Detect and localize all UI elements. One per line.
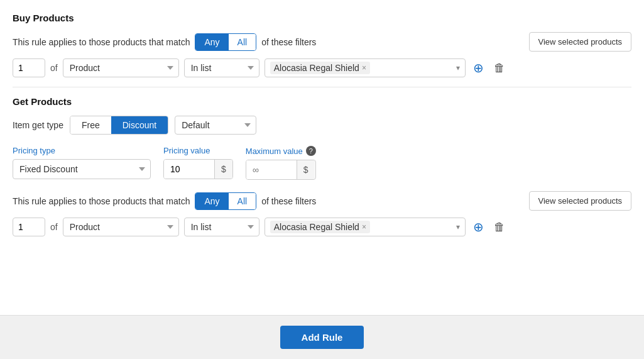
buy-of-label: of [50, 63, 58, 73]
max-value-label: Maximum value [246, 146, 303, 156]
pricing-type-select[interactable]: Fixed Discount Percentage Discount [13, 159, 151, 179]
get-tag-label: Alocasia Regal Shield [274, 222, 359, 232]
pricing-value-input-row: $ [163, 159, 233, 179]
pricing-row: Pricing type Fixed Discount Percentage D… [13, 146, 631, 180]
buy-quantity-input[interactable] [13, 58, 45, 77]
buy-add-row-btn[interactable]: ⊕ [471, 58, 486, 78]
buy-delete-icon: 🗑 [494, 62, 505, 75]
max-value-input[interactable] [246, 160, 297, 179]
buy-any-btn[interactable]: Any [195, 34, 228, 50]
pricing-value-label: Pricing value [163, 146, 233, 155]
get-filter-row: This rule applies to those products that… [13, 191, 631, 211]
get-tag-remove-btn[interactable]: × [362, 223, 366, 231]
buy-filter-row: This rule applies to those products that… [13, 32, 631, 52]
pricing-type-group: Pricing type Fixed Discount Percentage D… [13, 146, 151, 179]
pricing-type-label: Pricing type [13, 146, 151, 155]
get-add-icon: ⊕ [473, 219, 484, 235]
buy-rule-row: of Product In list Not in list Alocasia … [13, 58, 631, 78]
free-type-btn[interactable]: Free [70, 116, 111, 134]
get-tag: Alocasia Regal Shield × [270, 221, 370, 233]
pricing-value-group: Pricing value $ [163, 146, 233, 179]
buy-delete-row-btn[interactable]: 🗑 [491, 59, 508, 77]
discount-type-btn[interactable]: Discount [111, 116, 168, 134]
buy-product-select[interactable]: Product [63, 58, 179, 77]
buy-all-btn[interactable]: All [229, 34, 256, 50]
max-value-group: Maximum value ? $ [246, 146, 316, 180]
get-match-toggle: Any All [195, 192, 256, 210]
footer-bar: Add Rule [0, 315, 644, 359]
buy-products-section: Buy Products This rule applies to those … [13, 13, 631, 78]
buy-tag-label: Alocasia Regal Shield [274, 63, 359, 73]
get-products-section: Get Products Item get type Free Discount… [13, 96, 631, 237]
buy-match-prefix: This rule applies to those products that… [13, 37, 190, 47]
get-rule-row: of Product In list Not in list Alocasia … [13, 217, 631, 237]
item-get-type-label: Item get type [13, 120, 63, 130]
get-tag-chevron-icon: ▾ [456, 223, 460, 231]
get-match-suffix: of these filters [261, 196, 316, 206]
get-condition-select[interactable]: In list Not in list [184, 218, 259, 236]
get-product-select[interactable]: Product [63, 218, 179, 236]
default-select[interactable]: Default [175, 116, 256, 135]
get-add-row-btn[interactable]: ⊕ [471, 217, 486, 237]
pricing-value-suffix: $ [214, 160, 232, 179]
get-match-prefix: This rule applies to those products that… [13, 196, 190, 206]
get-of-label: of [50, 222, 58, 232]
item-get-type-row: Item get type Free Discount Default [13, 116, 631, 135]
pricing-value-input[interactable] [164, 160, 214, 179]
max-value-input-row: $ [246, 160, 316, 180]
buy-match-suffix: of these filters [261, 37, 316, 47]
buy-tag-remove-btn[interactable]: × [362, 64, 366, 72]
buy-match-toggle: Any All [195, 33, 256, 51]
get-quantity-input[interactable] [13, 218, 45, 236]
get-delete-row-btn[interactable]: 🗑 [491, 218, 508, 236]
buy-tag-input-box: Alocasia Regal Shield × ▾ [265, 58, 466, 77]
section-divider [13, 87, 631, 87]
get-any-btn[interactable]: Any [195, 193, 228, 209]
get-products-title: Get Products [13, 96, 631, 107]
get-view-selected-btn[interactable]: View selected products [529, 191, 631, 211]
buy-tag-chevron-icon: ▾ [456, 64, 460, 72]
max-value-suffix: $ [297, 160, 315, 179]
get-delete-icon: 🗑 [494, 221, 505, 234]
max-value-help-icon: ? [306, 146, 316, 156]
get-all-btn[interactable]: All [229, 193, 256, 209]
buy-add-icon: ⊕ [473, 60, 484, 75]
buy-tag: Alocasia Regal Shield × [270, 62, 370, 74]
buy-condition-select[interactable]: In list Not in list [184, 58, 259, 77]
get-tag-input-box: Alocasia Regal Shield × ▾ [265, 218, 466, 236]
buy-view-selected-btn[interactable]: View selected products [529, 32, 631, 52]
item-type-toggle: Free Discount [70, 116, 168, 135]
max-label-row: Maximum value ? [246, 146, 316, 156]
buy-products-title: Buy Products [13, 13, 631, 23]
add-rule-btn[interactable]: Add Rule [280, 326, 364, 349]
